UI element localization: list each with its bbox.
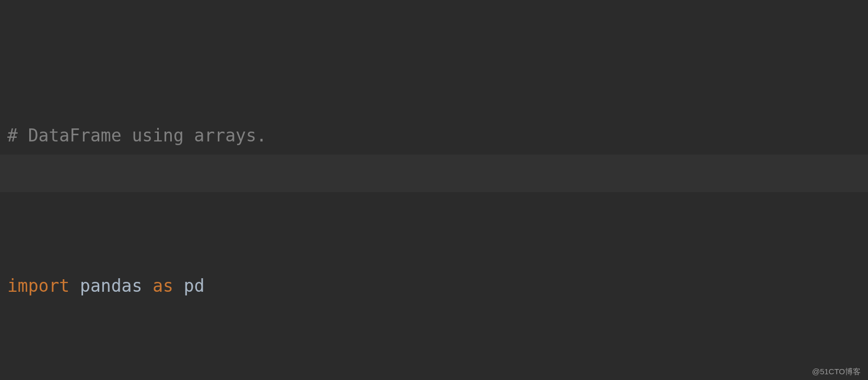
keyword-as: as — [153, 276, 173, 296]
keyword-import: import — [7, 276, 69, 296]
code-line[interactable]: # DataFrame using arrays. — [7, 117, 868, 155]
module-name: pandas — [80, 276, 142, 296]
current-line-highlight — [0, 155, 868, 192]
module-alias: pd — [184, 276, 205, 296]
watermark: @51CTO博客 — [812, 367, 861, 377]
comment: # DataFrame using arrays. — [7, 125, 267, 146]
code-editor[interactable]: # DataFrame using arrays. import pandas … — [0, 0, 868, 380]
code-line[interactable]: import pandas as pd — [7, 267, 868, 305]
